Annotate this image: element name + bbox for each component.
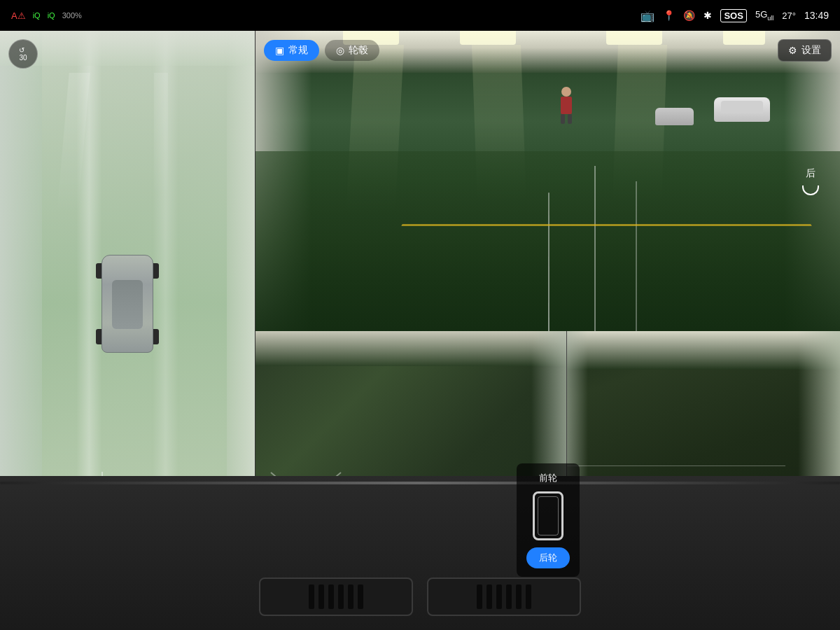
vent-left xyxy=(259,578,413,616)
wheel-tire-icon xyxy=(533,491,564,540)
vent-slot-6 xyxy=(358,584,363,609)
wheel-inner xyxy=(538,496,559,536)
vent-area xyxy=(259,578,581,616)
settings-button[interactable]: ⚙ 设置 xyxy=(778,39,832,62)
floor-line-r2 xyxy=(636,181,637,332)
vent-slot-3 xyxy=(328,584,334,609)
bluetooth-icon: ✱ xyxy=(704,10,712,21)
status-icons-right: 📺 📍 🔕 ✱ SOS 5Gull 27° 13:49 xyxy=(640,9,829,22)
car-topdown xyxy=(96,248,159,360)
vent-slot-12 xyxy=(526,584,531,609)
vent-right xyxy=(427,578,581,616)
iq-icon-1: iQ xyxy=(33,11,41,20)
br-line-1 xyxy=(567,465,785,466)
front-camera-background: 后 ▣ 常规 ◎ 轮毂 xyxy=(255,31,840,331)
car-roof xyxy=(112,280,143,329)
location-icon: 📍 xyxy=(663,10,675,21)
person-legs xyxy=(561,114,572,124)
percent-icon: 300% xyxy=(62,11,82,20)
tab-wheel[interactable]: ◎ 轮毂 xyxy=(325,40,379,61)
mute-icon: 🔕 xyxy=(683,10,695,21)
tab-normal-icon: ▣ xyxy=(275,45,284,56)
vent-slot-11 xyxy=(516,584,522,609)
yellow-marking xyxy=(401,224,811,226)
time-label: 13:49 xyxy=(804,10,829,21)
vent-slot-7 xyxy=(477,584,482,609)
view-tabs: ▣ 常规 ◎ 轮毂 xyxy=(264,40,379,61)
rotate-30-button[interactable]: ↺30 xyxy=(8,39,38,69)
rotate-icon: ↺30 xyxy=(19,46,27,62)
temperature-label: 27° xyxy=(782,10,796,21)
tab-wheel-icon: ◎ xyxy=(336,45,344,56)
status-icons-left: A⚠ iQ iQ 300% xyxy=(11,10,82,21)
front-wheel-label: 前轮 xyxy=(539,472,557,484)
vent-slot-10 xyxy=(506,584,512,609)
back-label: 后 xyxy=(806,167,816,180)
signal-label: 5Gull xyxy=(755,9,774,22)
vent-slot-2 xyxy=(318,584,324,609)
tab-wheel-label: 轮毂 xyxy=(349,44,368,57)
back-icon xyxy=(802,186,819,195)
wheel-overlay: 前轮 后轮 xyxy=(517,463,580,577)
person-head xyxy=(561,87,571,97)
settings-label: 设置 xyxy=(802,44,821,57)
vent-slot-9 xyxy=(496,584,502,609)
tab-normal[interactable]: ▣ 常规 xyxy=(264,40,319,61)
tab-normal-label: 常规 xyxy=(288,44,308,57)
wall-top xyxy=(0,31,255,66)
car-physical-area xyxy=(0,476,840,630)
car-body xyxy=(96,248,159,360)
background-car xyxy=(714,97,770,122)
vent-slot-8 xyxy=(486,584,492,609)
person-body xyxy=(561,97,572,114)
status-bar: A⚠ iQ iQ 300% 📺 📍 🔕 ✱ SOS 5Gull 27° 13:4… xyxy=(0,0,840,31)
vent-slot-4 xyxy=(338,584,344,609)
floor-center-line xyxy=(548,192,550,331)
sos-label: SOS xyxy=(720,9,746,22)
person-leg-right xyxy=(568,114,572,124)
floor-line-r1 xyxy=(594,166,596,331)
front-camera-view: 后 ▣ 常规 ◎ 轮毂 xyxy=(255,31,840,331)
vent-slot-5 xyxy=(348,584,354,609)
back-wheel-button[interactable]: 后轮 xyxy=(526,547,570,568)
camera-controls: ▣ 常规 ◎ 轮毂 ⚙ 设置 xyxy=(264,39,832,62)
person-silhouette xyxy=(559,87,573,125)
settings-icon: ⚙ xyxy=(788,45,797,56)
bg-car-roof xyxy=(721,101,763,113)
car-trim-line xyxy=(0,482,840,484)
vent-slot-1 xyxy=(309,584,314,609)
car-main-body xyxy=(102,255,153,353)
ac-status-icon: A⚠ xyxy=(11,10,26,21)
screen-cast-icon: 📺 xyxy=(640,9,654,22)
back-camera-indicator: 后 xyxy=(802,167,819,195)
background-car-2 xyxy=(655,108,694,125)
bl-ceiling xyxy=(255,331,566,366)
light-reflection-1 xyxy=(57,73,90,213)
person-leg-left xyxy=(561,114,565,124)
iq-icon-2: iQ xyxy=(48,11,55,20)
light-reflection-2 xyxy=(154,73,168,199)
